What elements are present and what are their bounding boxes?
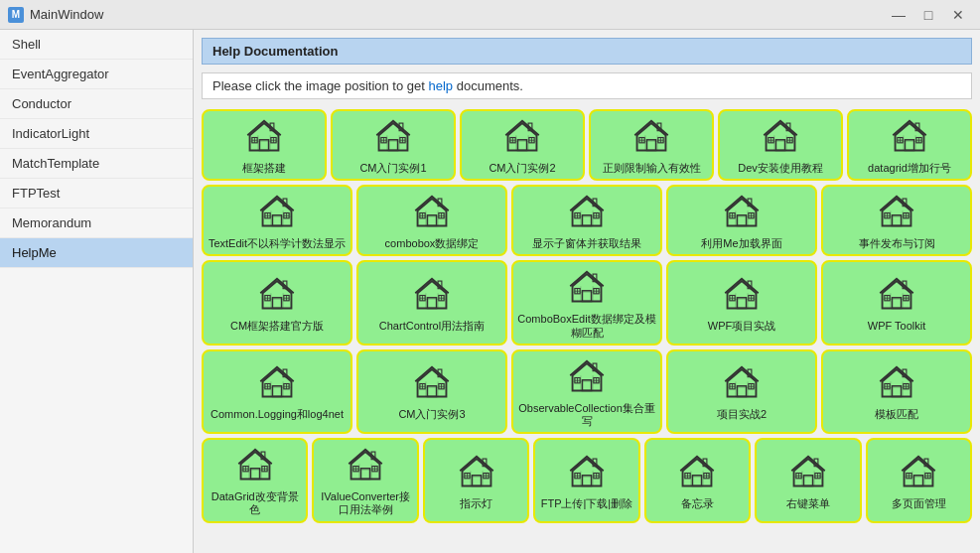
- icon-tile-tile-3[interactable]: CM入门实例2: [460, 109, 585, 181]
- house-icon: [568, 193, 606, 235]
- maximize-button[interactable]: □: [914, 4, 942, 26]
- tile-label: ChartControl用法指南: [379, 320, 485, 333]
- icon-tile-tile-24[interactable]: 指示灯: [423, 438, 529, 522]
- house-icon: [891, 117, 928, 160]
- icon-row-2: CM框架搭建官方版: [202, 260, 972, 345]
- icon-tile-tile-4[interactable]: 正则限制输入有效性: [589, 109, 714, 181]
- icon-tile-tile-26[interactable]: 备忘录: [644, 438, 751, 522]
- tile-label: 模板匹配: [875, 408, 918, 421]
- icon-tile-tile-28[interactable]: 多页面管理: [866, 438, 972, 522]
- house-icon: [568, 268, 606, 311]
- sidebar-item-match-template[interactable]: MatchTemplate: [0, 149, 193, 179]
- icon-tile-tile-12[interactable]: CM框架搭建官方版: [202, 260, 352, 345]
- icon-row-4: DataGrid改变背景色: [202, 438, 972, 522]
- icon-tile-tile-1[interactable]: 框架搭建: [202, 109, 327, 181]
- tile-label: CM入门实例1: [359, 162, 426, 175]
- icon-tile-tile-25[interactable]: FTP上传|下载|删除: [533, 438, 639, 522]
- tile-label: CM入门实例2: [489, 162, 555, 175]
- tile-label: 右键菜单: [786, 497, 830, 510]
- tile-label: 显示子窗体并获取结果: [532, 237, 641, 250]
- house-icon: [632, 117, 670, 160]
- tile-label: 备忘录: [681, 497, 714, 510]
- house-icon: [413, 193, 451, 235]
- sidebar-item-ftp-test[interactable]: FTPTest: [0, 179, 193, 208]
- house-icon: [413, 275, 451, 318]
- house-icon: [503, 117, 541, 160]
- tile-label: DataGrid改变背景色: [208, 490, 302, 516]
- house-icon: [236, 446, 274, 488]
- icon-tile-tile-9[interactable]: 显示子窗体并获取结果: [511, 185, 662, 256]
- tile-label: 框架搭建: [242, 162, 286, 175]
- icon-row-1: TextEdit不以科学计数法显示: [202, 185, 972, 256]
- tile-label: WPF Toolkit: [868, 320, 925, 333]
- minimize-button[interactable]: —: [885, 4, 912, 26]
- tile-label: 指示灯: [460, 497, 492, 510]
- sidebar-item-indicator-light[interactable]: IndicatorLight: [0, 119, 193, 149]
- icon-tile-tile-5[interactable]: Dev安装使用教程: [718, 109, 843, 181]
- icon-tile-tile-10[interactable]: 利用Me加载界面: [666, 185, 817, 256]
- icon-row-0: 框架搭建: [202, 109, 972, 181]
- icon-tile-tile-19[interactable]: ObservableCollection集合重写: [511, 349, 662, 434]
- icons-grid: 框架搭建: [194, 105, 980, 553]
- icon-tile-tile-23[interactable]: IValueConverter接口用法举例: [312, 438, 418, 522]
- house-icon: [723, 193, 761, 235]
- icon-tile-tile-27[interactable]: 右键菜单: [755, 438, 861, 522]
- house-icon: [568, 453, 606, 495]
- sidebar-item-help-me[interactable]: HelpMe: [0, 238, 193, 268]
- sidebar: ShellEventAggregatorConductorIndicatorLi…: [0, 30, 194, 553]
- icon-tile-tile-6[interactable]: datagrid增加行号: [847, 109, 972, 181]
- house-icon: [258, 363, 296, 406]
- help-description: Please click the image position to get h…: [202, 72, 972, 99]
- icon-tile-tile-22[interactable]: DataGrid改变背景色: [202, 438, 308, 522]
- house-icon: [458, 453, 495, 495]
- icon-tile-tile-21[interactable]: 模板匹配: [821, 349, 972, 434]
- sidebar-item-memorandum[interactable]: Memorandum: [0, 208, 193, 238]
- house-icon: [723, 275, 761, 318]
- sidebar-item-event-aggregator[interactable]: EventAggregator: [0, 60, 193, 89]
- help-description-end: documents.: [453, 78, 523, 93]
- icon-tile-tile-16[interactable]: WPF Toolkit: [821, 260, 972, 345]
- help-description-plain: Please click the image position to get: [212, 78, 429, 93]
- icon-tile-tile-18[interactable]: CM入门实例3: [356, 349, 507, 434]
- main-container: ShellEventAggregatorConductorIndicatorLi…: [0, 30, 980, 553]
- tile-label: CM框架搭建官方版: [230, 320, 324, 333]
- title-bar-left: M MainWindow: [8, 7, 103, 23]
- window-controls: — □ ✕: [885, 4, 972, 26]
- icon-tile-tile-15[interactable]: WPF项目实战: [666, 260, 817, 345]
- tile-label: Common.Logging和log4net: [210, 408, 344, 421]
- icon-tile-tile-8[interactable]: combobox数据绑定: [356, 185, 507, 256]
- tile-label: datagrid增加行号: [868, 162, 951, 175]
- tile-label: ComboBoxEdit数据绑定及模糊匹配: [517, 313, 656, 339]
- house-icon: [374, 117, 412, 160]
- house-icon: [347, 446, 384, 488]
- house-icon: [245, 117, 283, 160]
- tile-label: 项目实战2: [717, 408, 767, 421]
- house-icon: [762, 117, 799, 160]
- content-area: Help Documentation Please click the imag…: [194, 30, 980, 553]
- title-bar: M MainWindow — □ ✕: [0, 0, 980, 30]
- icon-tile-tile-2[interactable]: CM入门实例1: [331, 109, 456, 181]
- house-icon: [678, 453, 716, 495]
- tile-label: combobox数据绑定: [385, 237, 480, 250]
- sidebar-item-conductor[interactable]: Conductor: [0, 89, 193, 119]
- house-icon: [878, 275, 915, 318]
- icon-tile-tile-11[interactable]: 事件发布与订阅: [821, 185, 972, 256]
- house-icon: [878, 363, 915, 406]
- close-button[interactable]: ✕: [944, 4, 972, 26]
- icon-tile-tile-20[interactable]: 项目实战2: [666, 349, 817, 434]
- tile-label: 正则限制输入有效性: [603, 162, 701, 175]
- tile-label: ObservableCollection集合重写: [517, 402, 656, 428]
- app-icon: M: [8, 7, 24, 23]
- help-link[interactable]: help: [429, 78, 454, 93]
- house-icon: [413, 363, 451, 406]
- tile-label: 利用Me加载界面: [701, 237, 781, 250]
- icon-tile-tile-14[interactable]: ComboBoxEdit数据绑定及模糊匹配: [511, 260, 662, 345]
- tile-label: 多页面管理: [892, 497, 946, 510]
- sidebar-item-shell[interactable]: Shell: [0, 30, 193, 60]
- icon-tile-tile-7[interactable]: TextEdit不以科学计数法显示: [202, 185, 352, 256]
- tile-label: Dev安装使用教程: [738, 162, 823, 175]
- tile-label: 事件发布与订阅: [859, 237, 935, 250]
- icon-tile-tile-13[interactable]: ChartControl用法指南: [356, 260, 507, 345]
- icon-tile-tile-17[interactable]: Common.Logging和log4net: [202, 349, 352, 434]
- icon-row-3: Common.Logging和log4net: [202, 349, 972, 434]
